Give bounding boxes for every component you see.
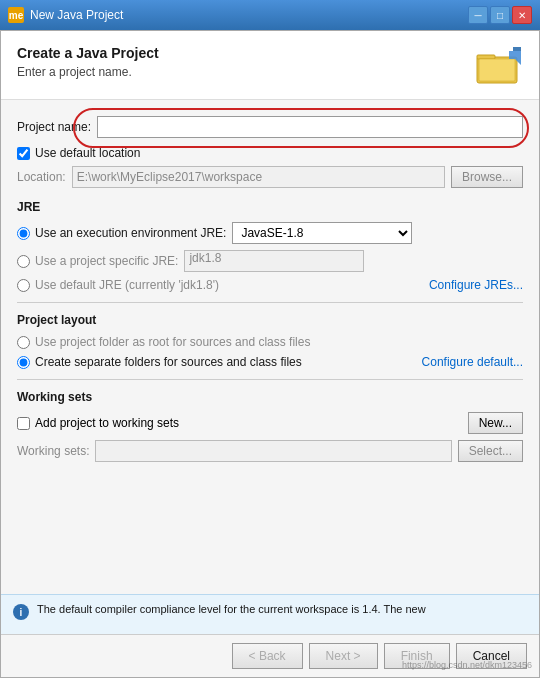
info-icon: i [13, 604, 29, 620]
app-icon: me [8, 7, 24, 23]
dialog-content: Project name: Use default location Locat… [1, 100, 539, 594]
select-working-set-button[interactable]: Select... [458, 440, 523, 462]
location-label: Location: [17, 170, 66, 184]
location-row: Location: Browse... [17, 166, 523, 188]
svg-rect-1 [477, 55, 495, 59]
finish-button[interactable]: Finish [384, 643, 450, 669]
jre-option2-dropdown: jdk1.8 [184, 250, 364, 272]
configure-jres-link[interactable]: Configure JREs... [429, 278, 523, 292]
project-name-row: Project name: [17, 116, 523, 138]
svg-rect-2 [479, 59, 515, 81]
layout-option2-row: Create separate folders for sources and … [17, 355, 523, 369]
working-sets-input[interactable] [95, 440, 451, 462]
title-bar: me New Java Project ─ □ ✕ [0, 0, 540, 30]
project-name-label: Project name: [17, 120, 91, 134]
layout-option2-radio[interactable] [17, 356, 30, 369]
project-name-input[interactable] [97, 116, 523, 138]
browse-button[interactable]: Browse... [451, 166, 523, 188]
next-button[interactable]: Next > [309, 643, 378, 669]
layout-option2-label: Create separate folders for sources and … [35, 355, 302, 369]
layout-option1-row: Use project folder as root for sources a… [17, 335, 523, 349]
project-layout-section-label: Project layout [17, 313, 523, 327]
jre-option1-row: Use an execution environment JRE: JavaSE… [17, 222, 523, 244]
dialog-subtitle: Enter a project name. [17, 65, 159, 79]
dialog: Create a Java Project Enter a project na… [0, 30, 540, 678]
working-sets-section-label: Working sets [17, 390, 523, 404]
jre-option3-radio[interactable] [17, 279, 30, 292]
add-working-sets-checkbox[interactable] [17, 417, 30, 430]
section-separator-1 [17, 302, 523, 303]
working-sets-label: Working sets: [17, 444, 89, 458]
layout-option1-radio[interactable] [17, 336, 30, 349]
use-default-location-label: Use default location [35, 146, 140, 160]
location-input[interactable] [72, 166, 445, 188]
jre-option1-label: Use an execution environment JRE: [35, 226, 226, 240]
jre-option1-dropdown[interactable]: JavaSE-1.8 [232, 222, 412, 244]
jre-option3-row: Use default JRE (currently 'jdk1.8') Con… [17, 278, 523, 292]
cancel-button[interactable]: Cancel [456, 643, 527, 669]
layout-option1-label: Use project folder as root for sources a… [35, 335, 310, 349]
jre-option2-radio[interactable] [17, 255, 30, 268]
dialog-footer: < Back Next > Finish Cancel [1, 634, 539, 677]
section-separator-2 [17, 379, 523, 380]
dialog-title: Create a Java Project [17, 45, 159, 61]
svg-marker-4 [513, 47, 521, 51]
folder-icon [475, 45, 523, 87]
jre-option2-row: Use a project specific JRE: jdk1.8 [17, 250, 523, 272]
new-working-set-button[interactable]: New... [468, 412, 523, 434]
use-default-location-checkbox[interactable] [17, 147, 30, 160]
back-button[interactable]: < Back [232, 643, 303, 669]
title-bar-controls: ─ □ ✕ [468, 6, 532, 24]
add-working-sets-row: Add project to working sets New... [17, 412, 523, 434]
working-sets-field-row: Working sets: Select... [17, 440, 523, 462]
info-message: The default compiler compliance level fo… [37, 603, 426, 615]
close-button[interactable]: ✕ [512, 6, 532, 24]
jre-option1-radio[interactable] [17, 227, 30, 240]
jre-option3-label: Use default JRE (currently 'jdk1.8') [35, 278, 219, 292]
minimize-button[interactable]: ─ [468, 6, 488, 24]
configure-default-link[interactable]: Configure default... [422, 355, 523, 369]
dialog-header-text: Create a Java Project Enter a project na… [17, 45, 159, 79]
info-bar: i The default compiler compliance level … [1, 594, 539, 634]
title-bar-text: New Java Project [30, 8, 468, 22]
maximize-button[interactable]: □ [490, 6, 510, 24]
add-working-sets-label: Add project to working sets [35, 416, 179, 430]
use-default-location-row: Use default location [17, 146, 523, 160]
jre-section-label: JRE [17, 200, 523, 214]
dialog-header: Create a Java Project Enter a project na… [1, 31, 539, 100]
jre-option2-label: Use a project specific JRE: [35, 254, 178, 268]
